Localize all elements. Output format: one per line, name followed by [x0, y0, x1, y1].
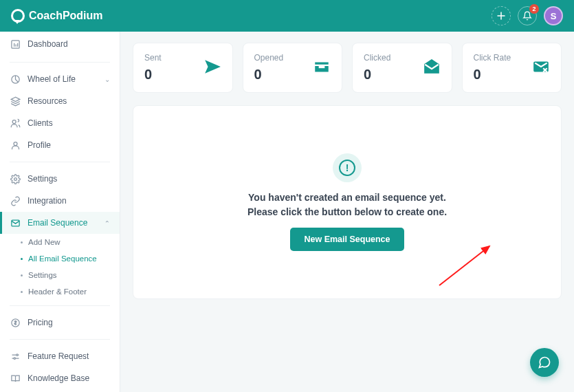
sidebar-item-label: Knowledge Base — [27, 373, 89, 383]
empty-state-card: ! You haven't created an email sequence … — [133, 105, 562, 299]
stat-card-click-rate: Click Rate0 — [462, 43, 562, 93]
stat-card-opened: Opened0 — [243, 43, 343, 93]
sidebar-item-dashboard[interactable]: Dashboard — [0, 32, 120, 56]
empty-text-line2: Please click the button below to create … — [247, 205, 447, 219]
sidebar-item-settings[interactable]: Settings — [0, 168, 120, 190]
paper-plane-icon — [203, 58, 221, 78]
inbox-icon — [313, 58, 331, 78]
users-icon — [10, 118, 21, 129]
sidebar-item-label: Integration — [27, 196, 67, 206]
stat-value: 0 — [474, 67, 511, 83]
sub-item-label: Add New — [28, 238, 60, 246]
sidebar-item-label: Email Sequence — [27, 218, 87, 228]
sidebar-item-pricing[interactable]: Pricing — [0, 312, 120, 334]
sub-item-label: Settings — [28, 271, 57, 279]
sidebar-item-profile[interactable]: Profile — [0, 134, 120, 156]
sidebar-item-wheel-of-life[interactable]: Wheel of Life ⌄ — [0, 68, 120, 90]
sub-item-header-footer[interactable]: Header & Footer — [14, 283, 120, 300]
chat-icon — [538, 356, 551, 369]
plus-icon — [497, 12, 505, 20]
dashboard-icon — [10, 39, 21, 50]
sidebar-item-label: Dashboard — [27, 39, 68, 49]
svg-point-3 — [14, 142, 17, 145]
sidebar-item-feature-request[interactable]: Feature Request — [0, 345, 120, 367]
brand-name: CoachPodium — [29, 10, 103, 22]
stat-value: 0 — [254, 67, 284, 83]
empty-text-line1: You haven't created an email sequence ye… — [247, 190, 447, 205]
sidebar-item-resources[interactable]: Resources — [0, 90, 120, 112]
notifications-button[interactable]: 2 — [518, 6, 537, 25]
stat-label: Clicked — [364, 53, 390, 63]
sidebar-item-label: Pricing — [27, 318, 53, 327]
add-button[interactable] — [492, 6, 511, 25]
sidebar-item-label: Resources — [27, 96, 67, 106]
user-icon — [10, 140, 21, 151]
gear-icon — [10, 173, 21, 184]
alert-circle-icon: ! — [333, 153, 362, 182]
sub-item-label: Header & Footer — [28, 287, 87, 296]
brand-logo-icon — [11, 9, 25, 23]
svg-point-7 — [16, 353, 18, 356]
pie-icon — [10, 74, 21, 85]
annotation-arrow-icon — [436, 241, 498, 289]
svg-point-4 — [14, 177, 16, 180]
brand[interactable]: CoachPodium — [11, 9, 103, 23]
stat-card-sent: Sent0 — [133, 43, 233, 93]
avatar-initial: S — [551, 11, 557, 21]
mail-open-icon — [423, 58, 441, 78]
dollar-icon — [10, 317, 21, 328]
sidebar-item-clients[interactable]: Clients — [0, 112, 120, 134]
mail-icon — [10, 217, 21, 228]
book-icon — [10, 373, 21, 384]
new-email-sequence-button[interactable]: New Email Sequence — [290, 228, 404, 251]
sidebar-item-label: Clients — [27, 118, 53, 128]
help-chat-fab[interactable] — [530, 348, 559, 377]
svg-point-8 — [14, 357, 16, 359]
sidebar-item-label: Profile — [27, 140, 51, 150]
link-icon — [10, 195, 21, 206]
chevron-down-icon: ⌄ — [104, 76, 110, 83]
stat-value: 0 — [144, 67, 162, 83]
sidebar-item-label: Feature Request — [27, 351, 89, 361]
sidebar-item-logout[interactable]: Log out — [0, 389, 120, 392]
sidebar-item-integration[interactable]: Integration — [0, 190, 120, 212]
stat-card-clicked: Clicked0 — [352, 43, 452, 93]
stat-label: Click Rate — [474, 53, 511, 63]
sidebar-item-label: Settings — [27, 174, 57, 184]
sub-item-add-new[interactable]: Add New — [14, 234, 120, 250]
notif-badge: 2 — [529, 4, 539, 14]
avatar-button[interactable]: S — [544, 6, 563, 25]
sidebar-item-knowledge-base[interactable]: Knowledge Base — [0, 367, 120, 389]
sidebar-item-email-sequence[interactable]: Email Sequence ⌄ — [0, 212, 120, 234]
svg-line-10 — [439, 246, 489, 285]
sliders-icon — [10, 351, 21, 362]
sub-item-label: All Email Sequence — [28, 254, 97, 263]
sub-item-settings[interactable]: Settings — [14, 267, 120, 283]
sub-item-all-email-sequence[interactable]: All Email Sequence — [14, 250, 120, 267]
stat-value: 0 — [364, 67, 390, 83]
stat-label: Sent — [144, 53, 162, 63]
mail-x-icon — [532, 58, 550, 78]
chevron-up-icon: ⌄ — [104, 219, 110, 227]
sidebar-item-label: Wheel of Life — [27, 74, 76, 84]
stat-label: Opened — [254, 53, 284, 63]
layers-icon — [10, 96, 21, 107]
sidebar: Dashboard Wheel of Life ⌄ Resources Clie… — [0, 32, 120, 392]
svg-point-2 — [12, 120, 16, 123]
